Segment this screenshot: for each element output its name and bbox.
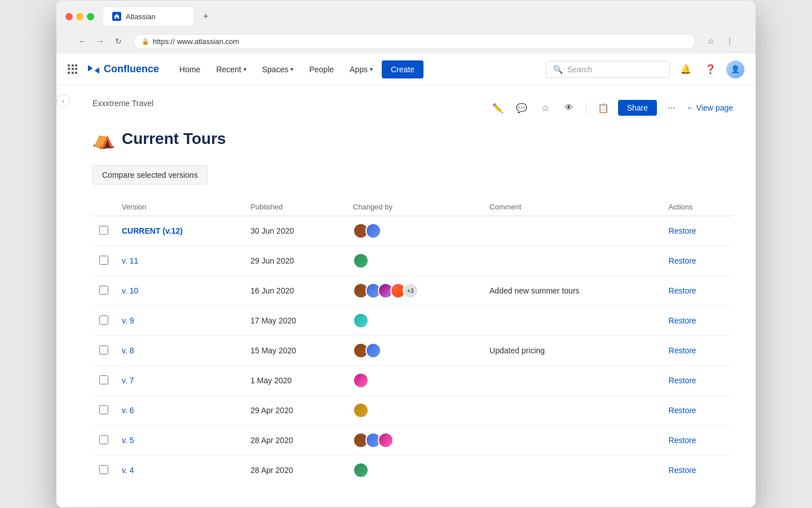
published-date: 29 Jun 2020 (244, 246, 346, 276)
view-page-button[interactable]: ← View page (686, 103, 733, 112)
published-date: 1 May 2020 (244, 366, 346, 396)
nav-spaces[interactable]: Spaces ▾ (255, 60, 301, 78)
active-tab[interactable]: Atlassian (103, 7, 193, 25)
restore-button[interactable]: Restore (669, 346, 696, 355)
version-link[interactable]: v. 7 (122, 376, 134, 385)
published-date: 15 May 2020 (244, 336, 346, 366)
changed-by-avatars (346, 456, 483, 485)
table-row: v. 428 Apr 2020Restore (92, 456, 733, 485)
back-button[interactable]: ← (74, 33, 90, 49)
confluence-logo-text: Confluence (104, 63, 159, 75)
avatar (353, 253, 369, 269)
version-comment (483, 306, 662, 336)
version-link[interactable]: v. 6 (122, 406, 134, 415)
changed-by-avatars (346, 366, 483, 396)
more-button[interactable]: ⋮ (722, 33, 738, 49)
restore-button[interactable]: Restore (669, 376, 696, 385)
traffic-lights (65, 13, 94, 20)
version-checkbox[interactable] (99, 435, 108, 444)
nav-links: Home Recent ▾ Spaces ▾ People Apps ▾ Cre… (173, 60, 423, 78)
restore-button[interactable]: Restore (669, 466, 696, 475)
published-date: 30 Jun 2020 (244, 216, 346, 246)
version-link[interactable]: CURRENT (v.12) (122, 226, 183, 235)
table-header-published: Published (244, 198, 346, 216)
page-layout: › Exxxtreme Travel ✏️ 💬 ☆ 👁 📋 (56, 85, 756, 507)
star-button[interactable]: ☆ (703, 33, 718, 49)
version-comment (483, 426, 662, 456)
app-switcher-icon[interactable] (68, 64, 78, 75)
published-date: 28 Apr 2020 (244, 456, 346, 485)
version-checkbox[interactable] (99, 286, 108, 295)
restore-button[interactable]: Restore (669, 436, 696, 445)
main-content: Exxxtreme Travel ✏️ 💬 ☆ 👁 📋 Share ··· ← … (70, 85, 756, 507)
table-row: CURRENT (v.12)30 Jun 2020Restore (92, 216, 733, 246)
maximize-button[interactable] (87, 13, 94, 20)
create-button[interactable]: Create (382, 60, 423, 78)
edit-button[interactable]: ✏️ (489, 99, 507, 117)
reload-button[interactable]: ↻ (111, 33, 126, 49)
browser-tabs: Atlassian + (65, 7, 747, 25)
version-link[interactable]: v. 5 (122, 436, 134, 445)
table-row: v. 629 Apr 2020Restore (92, 396, 733, 426)
nav-apps[interactable]: Apps ▾ (343, 60, 379, 78)
restore-button[interactable]: Restore (669, 316, 696, 325)
version-link[interactable]: v. 9 (122, 316, 134, 325)
version-link[interactable]: v. 4 (122, 466, 134, 475)
version-checkbox[interactable] (99, 465, 108, 474)
forward-button[interactable]: → (92, 33, 108, 49)
url-bar[interactable]: 🔒 https:// www.atlassian.com (133, 34, 696, 49)
comment-button[interactable]: 💬 (513, 99, 531, 117)
changed-by-avatars (346, 336, 483, 366)
restore-button[interactable]: Restore (669, 406, 696, 415)
notifications-button[interactable]: 🔔 (677, 60, 695, 78)
toggle-sidebar-button[interactable]: › (56, 94, 70, 108)
spaces-chevron: ▾ (290, 66, 293, 72)
page-title-text: Current Tours (122, 130, 226, 148)
version-link[interactable]: v. 8 (122, 346, 134, 355)
version-checkbox[interactable] (99, 375, 108, 384)
more-options-button[interactable]: ··· (663, 99, 681, 117)
avatar (353, 462, 369, 478)
changed-by-avatars (346, 306, 483, 336)
compare-versions-button[interactable]: Compare selected versions (92, 165, 208, 185)
version-checkbox[interactable] (99, 405, 108, 414)
nav-home[interactable]: Home (173, 60, 207, 78)
confluence-logo[interactable]: Confluence (87, 63, 159, 76)
search-box[interactable]: 🔍 Search (546, 61, 670, 78)
version-table: Version Published Changed by Comment Act… (92, 198, 733, 485)
restore-button[interactable]: Restore (669, 286, 696, 295)
avatar (365, 223, 381, 239)
version-checkbox[interactable] (99, 316, 108, 325)
user-avatar[interactable]: 👤 (726, 60, 744, 78)
browser-nav-buttons: ← → ↻ (74, 33, 126, 49)
version-comment (483, 366, 662, 396)
avatar (365, 343, 381, 358)
help-button[interactable]: ❓ (701, 60, 720, 78)
restore-button[interactable]: Restore (669, 226, 696, 235)
nav-recent[interactable]: Recent ▾ (209, 60, 253, 78)
lock-icon: 🔒 (142, 38, 149, 45)
version-checkbox[interactable] (99, 345, 108, 354)
star-page-button[interactable]: ☆ (536, 99, 554, 117)
table-header-changed-by: Changed by (346, 198, 483, 216)
tab-favicon (112, 12, 121, 21)
avatar (353, 313, 369, 329)
restore-button[interactable]: Restore (669, 256, 696, 265)
minimize-button[interactable] (76, 13, 83, 20)
new-tab-button[interactable]: + (198, 8, 214, 24)
published-date: 16 Jun 2020 (244, 276, 346, 306)
action-divider (586, 102, 586, 113)
version-checkbox[interactable] (99, 226, 108, 235)
share-button[interactable]: Share (618, 100, 657, 116)
top-nav: Confluence Home Recent ▾ Spaces ▾ People (56, 54, 756, 85)
close-button[interactable] (65, 13, 73, 20)
table-row: v. 917 May 2020Restore (92, 306, 733, 336)
copy-button[interactable]: 📋 (594, 99, 612, 117)
version-checkbox[interactable] (99, 256, 108, 265)
version-link[interactable]: v. 11 (122, 256, 138, 265)
watch-button[interactable]: 👁 (560, 99, 578, 117)
changed-by-avatars (346, 426, 483, 456)
nav-people[interactable]: People (302, 60, 341, 78)
version-comment (483, 216, 662, 246)
version-link[interactable]: v. 10 (122, 286, 138, 295)
